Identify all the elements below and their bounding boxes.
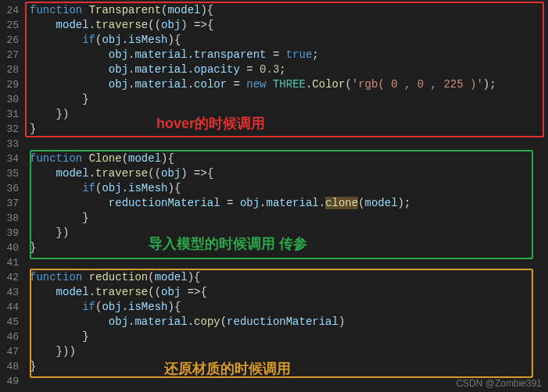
code-line[interactable]: }	[30, 211, 548, 226]
code-line[interactable]: }	[30, 359, 548, 374]
code-line[interactable]: if(obj.isMesh){	[30, 181, 548, 196]
code-line[interactable]: function Transparent(model){	[30, 3, 548, 18]
code-line[interactable]: }	[30, 241, 548, 255]
code-line[interactable]: }	[30, 92, 548, 107]
code-editor: 24 25 26 27 28 29 30 31 32 33 34 35 36 3…	[0, 0, 548, 392]
code-line[interactable]: if(obj.isMesh){	[30, 33, 548, 48]
code-line[interactable]: obj.material.transparent = true;	[30, 48, 548, 62]
code-line[interactable]: function reduction(model){	[30, 270, 548, 285]
code-line[interactable]: }))	[30, 344, 548, 359]
code-line[interactable]: }	[30, 330, 548, 344]
code-line[interactable]	[30, 255, 548, 270]
watermark: CSDN @Zombie391	[456, 378, 542, 389]
code-line[interactable]: reductionMaterial = obj.material.clone(m…	[30, 196, 548, 211]
code-line[interactable]: obj.material.copy(reductionMaterial)	[30, 315, 548, 330]
code-line[interactable]: })	[30, 107, 548, 122]
code-line[interactable]: model.traverse((obj) =>{	[30, 166, 548, 181]
code-line[interactable]: })	[30, 226, 548, 241]
code-line[interactable]: if(obj.isMesh){	[30, 300, 548, 315]
line-number-gutter: 24 25 26 27 28 29 30 31 32 33 34 35 36 3…	[0, 0, 23, 392]
code-line[interactable]	[30, 137, 548, 151]
code-line[interactable]: function Clone(model){	[30, 151, 548, 166]
code-line[interactable]: obj.material.color = new THREE.Color('rg…	[30, 77, 548, 92]
code-line[interactable]: model.traverse((obj =>{	[30, 285, 548, 300]
code-line[interactable]: obj.material.opacity = 0.3;	[30, 62, 548, 77]
code-line[interactable]: model.traverse((obj) =>{	[30, 18, 548, 33]
code-line[interactable]: }	[30, 122, 548, 137]
code-area[interactable]: function Transparent(model){ model.trave…	[23, 0, 548, 392]
